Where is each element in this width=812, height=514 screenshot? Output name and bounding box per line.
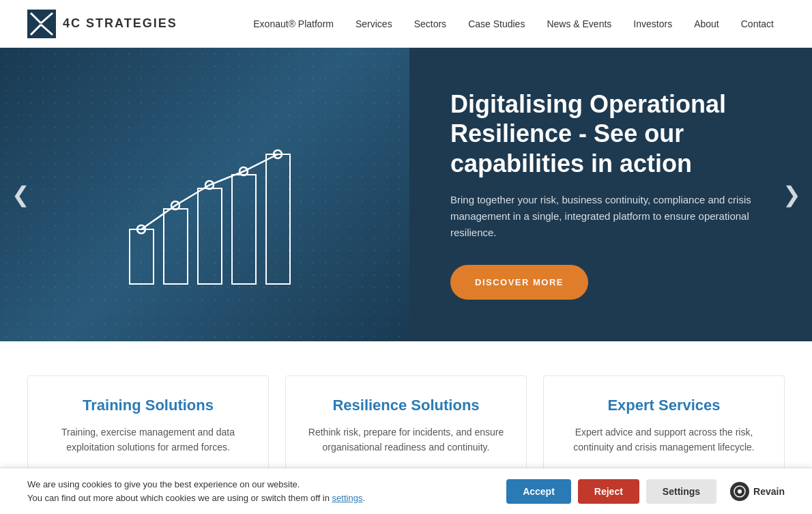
cookie-period: . bbox=[362, 493, 365, 503]
nav-item-case-studies[interactable]: Case Studies bbox=[457, 13, 536, 35]
revain-icon bbox=[730, 482, 749, 501]
svg-rect-6 bbox=[164, 209, 188, 284]
card-expert-description: Expert advice and support across the ris… bbox=[544, 425, 784, 472]
cookie-line1: We are using cookies to give you the bes… bbox=[27, 479, 300, 489]
hero-chart-icon bbox=[109, 147, 300, 300]
revain-branding: Revain bbox=[730, 482, 785, 501]
hero-cta-button[interactable]: DISCOVER MORE bbox=[450, 265, 588, 300]
revain-label: Revain bbox=[753, 486, 785, 497]
svg-rect-7 bbox=[198, 188, 222, 284]
hero-description: Bring together your risk, business conti… bbox=[450, 192, 771, 241]
card-expert-header: Expert Services bbox=[544, 376, 784, 425]
nav-item-about[interactable]: About bbox=[683, 13, 730, 35]
logo-icon bbox=[27, 10, 56, 38]
card-resilience-description: Rethink risk, prepare for incidents, and… bbox=[286, 425, 526, 472]
cookie-line2: You can find out more about which cookie… bbox=[27, 493, 330, 503]
hero-content-panel: Digitalising Operational Resilience - Se… bbox=[409, 48, 812, 341]
hero-next-button[interactable]: ❯ bbox=[778, 181, 805, 208]
cookie-reject-button[interactable]: Reject bbox=[578, 479, 639, 504]
svg-point-16 bbox=[738, 489, 742, 494]
cookie-settings-link[interactable]: settings bbox=[332, 493, 363, 503]
cookie-text: We are using cookies to give you the bes… bbox=[27, 478, 486, 504]
card-resilience-title: Resilience Solutions bbox=[306, 397, 506, 414]
card-expert-title: Expert Services bbox=[564, 397, 764, 414]
nav-item-sectors[interactable]: Sectors bbox=[403, 13, 457, 35]
svg-rect-8 bbox=[232, 175, 256, 284]
card-training-title: Training Solutions bbox=[48, 397, 248, 414]
main-nav: Exonaut® Platform Services Sectors Case … bbox=[242, 13, 785, 35]
header: 4C STRATEGIES Exonaut® Platform Services… bbox=[0, 0, 812, 48]
nav-item-contact[interactable]: Contact bbox=[730, 13, 785, 35]
cookie-banner: We are using cookies to give you the bes… bbox=[0, 468, 812, 514]
hero-title: Digitalising Operational Resilience - Se… bbox=[450, 89, 771, 178]
logo[interactable]: 4C STRATEGIES bbox=[27, 10, 177, 38]
nav-item-news-events[interactable]: News & Events bbox=[536, 13, 622, 35]
hero-section: ❮ Digitalising Operational Resilience - … bbox=[0, 48, 812, 341]
nav-item-services[interactable]: Services bbox=[345, 13, 403, 35]
card-training-description: Training, exercise management and data e… bbox=[28, 425, 268, 472]
hero-image-panel: ❮ bbox=[0, 48, 409, 341]
nav-item-exonaut[interactable]: Exonaut® Platform bbox=[242, 13, 345, 35]
nav-item-investors[interactable]: Investors bbox=[622, 13, 683, 35]
card-resilience-header: Resilience Solutions bbox=[286, 376, 526, 425]
cookie-accept-button[interactable]: Accept bbox=[506, 479, 571, 504]
cookie-buttons: Accept Reject Settings bbox=[506, 479, 716, 504]
svg-rect-9 bbox=[266, 154, 290, 284]
logo-text: 4C STRATEGIES bbox=[63, 16, 177, 31]
card-training-header: Training Solutions bbox=[28, 376, 268, 425]
svg-rect-5 bbox=[130, 229, 154, 284]
hero-prev-button[interactable]: ❮ bbox=[7, 181, 34, 208]
cookie-settings-button[interactable]: Settings bbox=[646, 479, 716, 504]
